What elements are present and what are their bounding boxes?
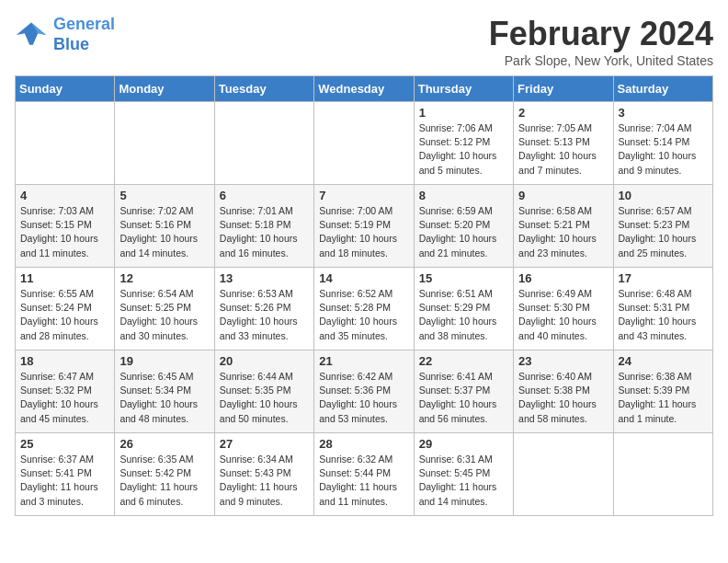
day-of-week-header: Saturday: [613, 76, 712, 102]
day-info: Sunrise: 6:41 AMSunset: 5:37 PMDaylight:…: [419, 370, 508, 426]
day-number: 14: [319, 271, 408, 285]
day-number: 16: [518, 271, 608, 285]
day-info: Sunrise: 7:00 AMSunset: 5:19 PMDaylight:…: [319, 204, 408, 260]
day-of-week-header: Sunday: [16, 76, 115, 102]
day-number: 25: [20, 437, 109, 451]
calendar-week-row: 25Sunrise: 6:37 AMSunset: 5:41 PMDayligh…: [16, 433, 713, 516]
calendar-cell: 24Sunrise: 6:38 AMSunset: 5:39 PMDayligh…: [613, 350, 712, 433]
day-info: Sunrise: 6:32 AMSunset: 5:44 PMDaylight:…: [319, 453, 408, 509]
day-info: Sunrise: 6:48 AMSunset: 5:31 PMDaylight:…: [619, 287, 708, 343]
calendar-cell: 19Sunrise: 6:45 AMSunset: 5:34 PMDayligh…: [115, 350, 214, 433]
day-info: Sunrise: 6:45 AMSunset: 5:34 PMDaylight:…: [119, 370, 209, 426]
day-of-week-header: Monday: [115, 76, 214, 102]
day-number: 18: [20, 354, 109, 368]
logo-line1: General: [53, 15, 115, 33]
calendar-cell: 2Sunrise: 7:05 AMSunset: 5:13 PMDaylight…: [514, 102, 613, 185]
calendar-cell: 28Sunrise: 6:32 AMSunset: 5:44 PMDayligh…: [314, 433, 414, 516]
calendar-cell: 26Sunrise: 6:35 AMSunset: 5:42 PMDayligh…: [115, 433, 214, 516]
calendar-cell: [16, 102, 115, 185]
calendar-cell: 6Sunrise: 7:01 AMSunset: 5:18 PMDaylight…: [214, 185, 313, 268]
day-number: 2: [518, 106, 608, 120]
day-info: Sunrise: 6:31 AMSunset: 5:45 PMDaylight:…: [419, 453, 508, 509]
calendar-cell: 9Sunrise: 6:58 AMSunset: 5:21 PMDaylight…: [514, 185, 613, 268]
calendar-cell: 15Sunrise: 6:51 AMSunset: 5:29 PMDayligh…: [414, 268, 513, 350]
day-number: 8: [419, 189, 508, 202]
calendar-week-row: 18Sunrise: 6:47 AMSunset: 5:32 PMDayligh…: [16, 350, 713, 433]
page-header: General Blue February 2024 Park Slope, N…: [15, 15, 713, 68]
day-info: Sunrise: 6:38 AMSunset: 5:39 PMDaylight:…: [619, 370, 708, 426]
logo-line2: Blue: [53, 35, 89, 53]
day-info: Sunrise: 6:35 AMSunset: 5:42 PMDaylight:…: [119, 453, 209, 509]
day-info: Sunrise: 6:54 AMSunset: 5:25 PMDaylight:…: [119, 287, 209, 343]
day-info: Sunrise: 6:52 AMSunset: 5:28 PMDaylight:…: [319, 287, 408, 343]
day-number: 17: [619, 271, 708, 285]
day-info: Sunrise: 7:02 AMSunset: 5:16 PMDaylight:…: [119, 204, 209, 260]
day-info: Sunrise: 6:51 AMSunset: 5:29 PMDaylight:…: [419, 287, 508, 343]
calendar-cell: 17Sunrise: 6:48 AMSunset: 5:31 PMDayligh…: [613, 268, 712, 350]
title-block: February 2024 Park Slope, New York, Unit…: [489, 15, 713, 68]
day-number: 7: [319, 189, 408, 202]
calendar-week-row: 11Sunrise: 6:55 AMSunset: 5:24 PMDayligh…: [16, 268, 713, 350]
day-info: Sunrise: 6:57 AMSunset: 5:23 PMDaylight:…: [619, 204, 708, 260]
day-number: 20: [220, 354, 309, 368]
day-of-week-header: Friday: [514, 76, 613, 102]
logo-icon: [15, 18, 48, 52]
day-number: 10: [619, 189, 708, 202]
day-number: 24: [619, 354, 708, 368]
day-of-week-header: Thursday: [414, 76, 513, 102]
calendar-body: 1Sunrise: 7:06 AMSunset: 5:12 PMDaylight…: [16, 102, 713, 516]
day-info: Sunrise: 6:34 AMSunset: 5:43 PMDaylight:…: [220, 453, 309, 509]
calendar-cell: 18Sunrise: 6:47 AMSunset: 5:32 PMDayligh…: [16, 350, 115, 433]
day-number: 12: [119, 271, 209, 285]
day-info: Sunrise: 6:55 AMSunset: 5:24 PMDaylight:…: [20, 287, 109, 343]
calendar-cell: [115, 102, 214, 185]
calendar-cell: [214, 102, 313, 185]
day-number: 9: [518, 189, 608, 202]
calendar-cell: 3Sunrise: 7:04 AMSunset: 5:14 PMDaylight…: [613, 102, 712, 185]
day-info: Sunrise: 6:42 AMSunset: 5:36 PMDaylight:…: [319, 370, 408, 426]
day-info: Sunrise: 6:47 AMSunset: 5:32 PMDaylight:…: [20, 370, 109, 426]
day-info: Sunrise: 6:53 AMSunset: 5:26 PMDaylight:…: [220, 287, 309, 343]
day-number: 5: [119, 189, 209, 202]
calendar-cell: 10Sunrise: 6:57 AMSunset: 5:23 PMDayligh…: [613, 185, 712, 268]
day-number: 21: [319, 354, 408, 368]
calendar-cell: 8Sunrise: 6:59 AMSunset: 5:20 PMDaylight…: [414, 185, 513, 268]
day-info: Sunrise: 6:49 AMSunset: 5:30 PMDaylight:…: [518, 287, 608, 343]
day-number: 27: [220, 437, 309, 451]
day-number: 1: [419, 106, 508, 120]
day-number: 13: [220, 271, 309, 285]
calendar-cell: 11Sunrise: 6:55 AMSunset: 5:24 PMDayligh…: [16, 268, 115, 350]
day-number: 3: [619, 106, 708, 120]
day-number: 23: [518, 354, 608, 368]
day-info: Sunrise: 7:06 AMSunset: 5:12 PMDaylight:…: [419, 121, 508, 178]
calendar-cell: 27Sunrise: 6:34 AMSunset: 5:43 PMDayligh…: [214, 433, 313, 516]
logo-text: General Blue: [53, 15, 115, 54]
calendar-week-row: 1Sunrise: 7:06 AMSunset: 5:12 PMDaylight…: [16, 102, 713, 185]
month-title: February 2024: [489, 15, 713, 53]
day-number: 15: [419, 271, 508, 285]
day-info: Sunrise: 6:59 AMSunset: 5:20 PMDaylight:…: [419, 204, 508, 260]
day-of-week-header: Tuesday: [214, 76, 313, 102]
day-info: Sunrise: 7:04 AMSunset: 5:14 PMDaylight:…: [619, 121, 708, 178]
calendar-cell: 5Sunrise: 7:02 AMSunset: 5:16 PMDaylight…: [115, 185, 214, 268]
day-number: 6: [220, 189, 309, 202]
calendar-table: SundayMondayTuesdayWednesdayThursdayFrid…: [15, 75, 713, 516]
day-info: Sunrise: 6:44 AMSunset: 5:35 PMDaylight:…: [220, 370, 309, 426]
calendar-cell: 29Sunrise: 6:31 AMSunset: 5:45 PMDayligh…: [414, 433, 513, 516]
calendar-cell: 21Sunrise: 6:42 AMSunset: 5:36 PMDayligh…: [314, 350, 414, 433]
calendar-week-row: 4Sunrise: 7:03 AMSunset: 5:15 PMDaylight…: [16, 185, 713, 268]
calendar-cell: 13Sunrise: 6:53 AMSunset: 5:26 PMDayligh…: [214, 268, 313, 350]
day-info: Sunrise: 6:37 AMSunset: 5:41 PMDaylight:…: [20, 453, 109, 509]
calendar-cell: 22Sunrise: 6:41 AMSunset: 5:37 PMDayligh…: [414, 350, 513, 433]
calendar-cell: [314, 102, 414, 185]
calendar-cell: [613, 433, 712, 516]
day-number: 19: [119, 354, 209, 368]
day-number: 11: [20, 271, 109, 285]
day-info: Sunrise: 6:58 AMSunset: 5:21 PMDaylight:…: [518, 204, 608, 260]
calendar-cell: 4Sunrise: 7:03 AMSunset: 5:15 PMDaylight…: [16, 185, 115, 268]
day-info: Sunrise: 7:01 AMSunset: 5:18 PMDaylight:…: [220, 204, 309, 260]
calendar-cell: 23Sunrise: 6:40 AMSunset: 5:38 PMDayligh…: [514, 350, 613, 433]
day-number: 22: [419, 354, 508, 368]
day-info: Sunrise: 7:05 AMSunset: 5:13 PMDaylight:…: [518, 121, 608, 178]
location-subtitle: Park Slope, New York, United States: [489, 53, 713, 68]
